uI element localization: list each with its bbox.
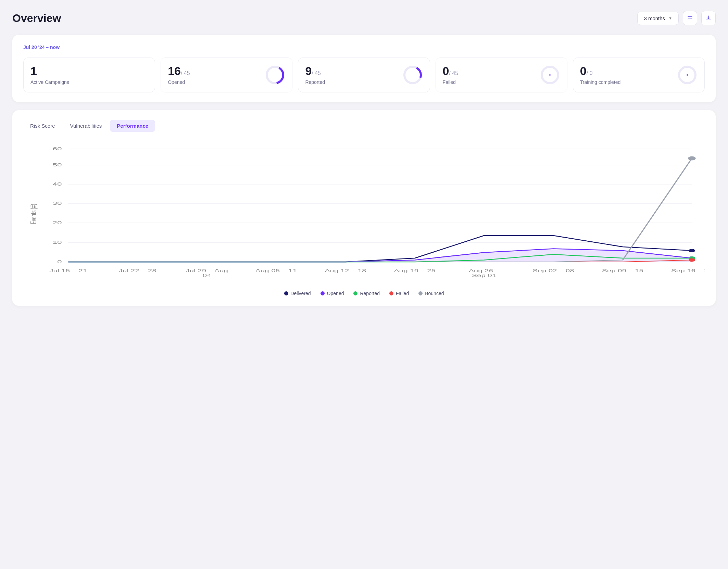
- filter-button[interactable]: [683, 11, 697, 25]
- legend-failed: Failed: [389, 291, 409, 296]
- tab-performance[interactable]: Performance: [110, 120, 155, 132]
- svg-text:10: 10: [52, 240, 62, 245]
- stat-reported: 9/ 45 Reported: [298, 58, 430, 92]
- svg-text:04: 04: [203, 273, 211, 278]
- svg-text:Sep 01: Sep 01: [472, 273, 496, 278]
- stat-opened-suffix: / 45: [181, 70, 190, 76]
- svg-text:Aug 05 – 11: Aug 05 – 11: [255, 268, 297, 273]
- page-header: Overview 3 months ▼: [12, 11, 716, 25]
- stat-failed-donut: [540, 65, 560, 85]
- legend-delivered: Delivered: [284, 291, 311, 296]
- svg-text:Aug 19 – 25: Aug 19 – 25: [394, 268, 436, 273]
- delivered-legend-dot: [284, 291, 288, 295]
- stat-reported-number: 9/ 45: [305, 65, 325, 77]
- header-controls: 3 months ▼: [637, 11, 716, 25]
- stats-row: 1 Active Campaigns 16/ 45 Opened 9/ 45 R…: [23, 58, 705, 92]
- stat-failed-suffix: / 45: [449, 70, 459, 76]
- svg-point-11: [687, 74, 688, 76]
- stat-opened-donut: [265, 65, 285, 85]
- page-title: Overview: [12, 12, 61, 25]
- svg-text:60: 60: [52, 146, 62, 151]
- svg-text:Sep 02 – 08: Sep 02 – 08: [532, 268, 574, 273]
- svg-text:40: 40: [52, 181, 62, 187]
- legend-bounced: Bounced: [418, 291, 444, 296]
- legend-opened: Opened: [321, 291, 344, 296]
- stat-reported-label: Reported: [305, 79, 325, 85]
- stat-training-suffix: / 0: [587, 70, 593, 76]
- stat-training: 0/ 0 Training completed: [573, 58, 705, 92]
- tabs-container: Risk Score Vulnerabilities Performance: [23, 120, 705, 132]
- opened-legend-dot: [321, 291, 325, 295]
- stat-opened-label: Opened: [168, 79, 190, 85]
- delivered-legend-label: Delivered: [291, 291, 311, 296]
- svg-text:Aug 12 – 18: Aug 12 – 18: [325, 268, 366, 273]
- bounced-dot: [688, 156, 696, 161]
- stat-active-campaigns-label: Active Campaigns: [30, 79, 69, 85]
- tab-vulnerabilities[interactable]: Vulnerabilities: [63, 120, 109, 132]
- stat-failed-label: Failed: [443, 79, 459, 85]
- reported-legend-label: Reported: [360, 291, 380, 296]
- svg-text:50: 50: [52, 162, 62, 167]
- stats-card: Jul 20 '24 – now 1 Active Campaigns 16/ …: [12, 35, 716, 102]
- svg-point-9: [549, 74, 551, 76]
- performance-card: Risk Score Vulnerabilities Performance: [12, 110, 716, 306]
- bounced-line: [68, 159, 692, 262]
- chart-legend: Delivered Opened Reported Failed Bounced: [23, 291, 705, 296]
- chevron-down-icon: ▼: [668, 16, 672, 20]
- stat-training-donut: [677, 65, 698, 85]
- stat-opened: 16/ 45 Opened: [161, 58, 292, 92]
- tab-risk-score[interactable]: Risk Score: [23, 120, 62, 132]
- time-select-label: 3 months: [644, 15, 665, 21]
- stat-failed-number: 0/ 45: [443, 65, 459, 77]
- stat-opened-number: 16/ 45: [168, 65, 190, 77]
- delivered-dot: [689, 249, 695, 252]
- opened-legend-label: Opened: [327, 291, 344, 296]
- stat-failed: 0/ 45 Failed: [436, 58, 567, 92]
- svg-text:Jul 22 – 28: Jul 22 – 28: [119, 268, 156, 273]
- svg-text:Jul 15 – 21: Jul 15 – 21: [49, 268, 87, 273]
- svg-point-2: [689, 16, 690, 17]
- stat-active-campaigns: 1 Active Campaigns: [23, 58, 155, 92]
- failed-legend-label: Failed: [396, 291, 409, 296]
- svg-text:Sep 09 – 15: Sep 09 – 15: [602, 268, 643, 273]
- bounced-legend-dot: [418, 291, 423, 295]
- svg-text:Aug 26 –: Aug 26 –: [469, 268, 500, 273]
- performance-chart: 0 10 20 30 40 50 60 Events (#): [23, 146, 705, 282]
- svg-text:Jul 29 – Aug: Jul 29 – Aug: [186, 268, 228, 273]
- svg-text:20: 20: [52, 220, 62, 225]
- legend-reported: Reported: [353, 291, 380, 296]
- svg-text:0: 0: [57, 259, 62, 264]
- bounced-legend-label: Bounced: [425, 291, 444, 296]
- date-range: Jul 20 '24 – now: [23, 45, 705, 50]
- time-select-dropdown[interactable]: 3 months ▼: [637, 12, 679, 25]
- svg-point-3: [691, 18, 692, 19]
- failed-dot: [689, 258, 695, 262]
- svg-text:Sep 16 – 22: Sep 16 – 22: [671, 268, 705, 273]
- stat-training-number: 0/ 0: [580, 65, 621, 77]
- stat-active-campaigns-number: 1: [30, 65, 69, 77]
- chart-svg: 0 10 20 30 40 50 60 Events (#): [23, 146, 705, 282]
- stat-reported-donut: [402, 65, 423, 85]
- reported-legend-dot: [353, 291, 357, 295]
- export-button[interactable]: [701, 11, 716, 25]
- svg-text:30: 30: [52, 201, 62, 206]
- stat-reported-suffix: / 45: [312, 70, 321, 76]
- stat-training-label: Training completed: [580, 79, 621, 85]
- failed-legend-dot: [389, 291, 393, 295]
- svg-text:Events (#): Events (#): [28, 204, 38, 224]
